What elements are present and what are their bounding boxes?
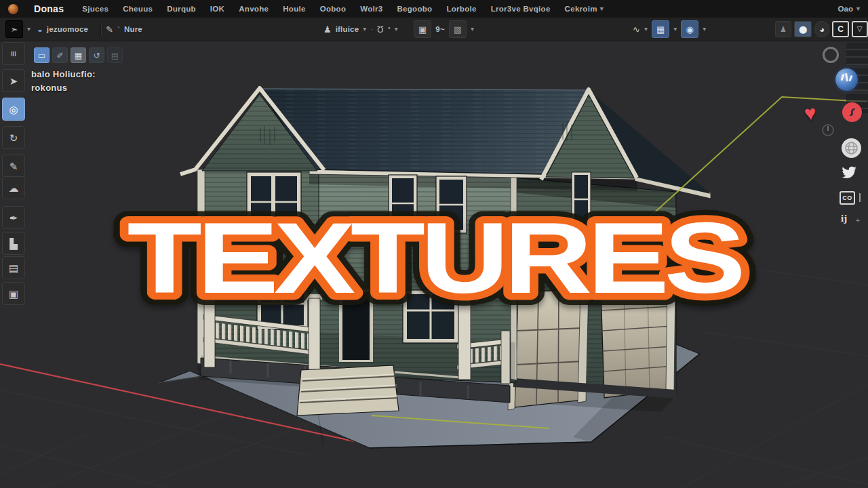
menu-item-lorbole[interactable]: Lorbole — [446, 5, 476, 13]
tool-extrude[interactable]: ▙ — [2, 232, 25, 255]
overlays-grid-icon: ▦ — [656, 25, 665, 34]
snap-degree-label: ° — [388, 26, 391, 33]
chevron-down-icon: ▾ — [471, 26, 474, 33]
funnel-icon: ▽ — [857, 26, 863, 33]
gizmo-settings-button[interactable]: ▩ — [449, 20, 467, 38]
annotate-prefix: ` — [117, 25, 120, 33]
navigation-sphere-gizmo[interactable] — [835, 68, 858, 91]
pen-icon: ✒ — [9, 213, 18, 223]
menu-item-ooboo[interactable]: Ooboo — [320, 5, 347, 13]
extras-icon: ▤ — [111, 51, 119, 60]
menu-item-durqub[interactable]: Durqub — [167, 5, 196, 13]
menu-item-iok[interactable]: IOK — [210, 5, 224, 13]
annotate-tool-icon: ✎ — [106, 25, 113, 34]
scene-selector-label: Oao — [838, 5, 853, 13]
mini-reset-button[interactable]: ↺ — [89, 47, 104, 63]
tool-select[interactable]: ➤ — [2, 69, 25, 92]
sidebar-tab[interactable] — [846, 43, 868, 65]
rotate-icon: ↻ — [9, 133, 18, 143]
material-swirl-icon: ◕ — [819, 25, 825, 34]
house-right-wall — [508, 178, 676, 410]
ij-label: ij — [841, 213, 847, 224]
filter-button[interactable]: ▽ — [852, 21, 868, 37]
menu-item-cheuus[interactable]: Cheuus — [123, 5, 153, 13]
app-window: Donas Sjuces Cheuus Durqub IOK Anvohe Ho… — [0, 0, 868, 488]
pivot-point-button[interactable]: ▣ — [414, 20, 431, 38]
mini-viewport-display-button[interactable]: ▭ — [34, 47, 50, 63]
twitter-bird-icon — [841, 165, 859, 180]
tool-pen[interactable]: ✒ — [2, 206, 25, 229]
solid-sphere-icon: ⬤ — [799, 26, 807, 33]
twitter-button[interactable] — [841, 165, 859, 182]
shading-material-button[interactable]: ◕ — [814, 21, 829, 37]
viewport-canvas[interactable] — [0, 41, 868, 488]
overlays-button[interactable]: ▦ — [652, 20, 669, 38]
mini-extras-button[interactable]: ▤ — [107, 47, 123, 63]
editor-type-label[interactable]: jezuomoce — [47, 25, 88, 33]
chevron-down-icon: ▾ — [703, 26, 706, 33]
annotate-icon: ✎ — [9, 161, 18, 171]
chevron-down-icon: ▾ — [363, 26, 366, 33]
menu-item-wolr3[interactable]: Wolr3 — [360, 5, 382, 13]
proportional-edit-label[interactable]: 9~ — [435, 25, 445, 33]
viewport-display-icon: ▭ — [38, 51, 45, 60]
chevron-down-icon: ▾ — [600, 5, 604, 12]
menu-item-lror3ve[interactable]: Lror3ve Bvqioe — [491, 5, 551, 13]
globe-icon — [844, 141, 859, 155]
menu-item-spaces[interactable]: Sjuces — [82, 5, 108, 13]
lasso-overlay-icon[interactable]: ∿ — [633, 25, 640, 34]
separator-dot: · — [370, 24, 373, 34]
tool-add-cube[interactable]: ▣ — [2, 282, 25, 305]
mode-selector-label[interactable]: ifluice — [336, 25, 359, 33]
xray-button[interactable]: ◉ — [681, 20, 698, 38]
orbit-gizmo-ring[interactable] — [823, 47, 839, 63]
viewport-info-line1: balo Holiucfio: — [31, 69, 96, 79]
viewport-mini-toolbar: ▭ ✐ ▦ ↺ ▤ — [34, 47, 123, 63]
active-tool-icon: ➣ — [11, 25, 18, 34]
top-menubar: Donas Sjuces Cheuus Durqub IOK Anvohe Ho… — [0, 0, 868, 18]
measure-icon: ▤ — [9, 263, 18, 273]
phone-button[interactable] — [842, 102, 862, 122]
circle-select-icon: ◎ — [9, 104, 18, 115]
tool-mask[interactable]: ☁ — [2, 176, 25, 199]
tool-rotate[interactable]: ↻ — [2, 126, 25, 149]
tool-annotate[interactable]: ✎ — [2, 155, 25, 178]
viewport-header: ➣ ▾ ◒ jezuomoce ✎ ` Nure ♟ ifluice ▾ · Ω… — [0, 18, 868, 41]
snap-magnet-icon[interactable]: Ω — [377, 25, 384, 34]
shading-wireframe-button[interactable]: ♟ — [775, 21, 791, 37]
tool-circle-select[interactable]: ◎ — [2, 98, 25, 121]
menu-item-begoobo[interactable]: Begoobo — [397, 5, 432, 13]
menu-item-houle[interactable]: Houle — [283, 5, 305, 13]
add-cube-icon: ▣ — [9, 289, 18, 299]
shading-rendered-button[interactable]: C — [832, 21, 849, 37]
menu-item-label: Cekroim — [565, 5, 597, 13]
xray-sphere-icon: ◉ — [686, 25, 694, 34]
viewport-info-line2: rokonus — [31, 83, 67, 93]
tool-measure[interactable]: ▤ — [2, 256, 25, 279]
power-icon[interactable] — [822, 124, 834, 136]
chevron-down-icon: ▾ — [673, 26, 677, 33]
shading-solid-button[interactable]: ⬤ — [794, 21, 812, 37]
co-label: CO — [842, 195, 852, 201]
plus-label: + — [856, 217, 860, 224]
house-model[interactable] — [180, 88, 711, 415]
gizmo-settings-icon: ▩ — [454, 25, 462, 34]
tool-tweak[interactable]: ≡ — [2, 42, 25, 65]
globe-button[interactable] — [842, 138, 861, 158]
mini-grid-button[interactable]: ▦ — [71, 47, 86, 63]
chevron-down-icon: ▾ — [856, 5, 860, 12]
viewport-3d[interactable]: TEXTURES TEXTURES ≡ ➤ ◎ ↻ ✎ ☁ ✒ ▙ ▤ ▣ ▭ … — [0, 41, 868, 488]
active-tool-button[interactable]: ➣ — [5, 20, 23, 38]
scene-selector[interactable]: Oao ▾ — [838, 5, 860, 13]
extrude-icon: ▙ — [9, 239, 18, 249]
menu-item-cekroim[interactable]: Cekroim ▾ — [565, 5, 604, 13]
annotate-label[interactable]: Nure — [124, 25, 142, 33]
mini-edit-button[interactable]: ✐ — [52, 47, 68, 63]
phone-icon — [848, 108, 856, 117]
logo-co-badge[interactable]: CO — [840, 191, 855, 205]
app-logo-icon — [8, 4, 18, 14]
badge-divider — [859, 193, 861, 202]
editor-type-icon: ◒ — [37, 25, 43, 34]
menu-item-anvohe[interactable]: Anvohe — [239, 5, 269, 13]
chevron-down-icon: ▾ — [644, 26, 648, 33]
